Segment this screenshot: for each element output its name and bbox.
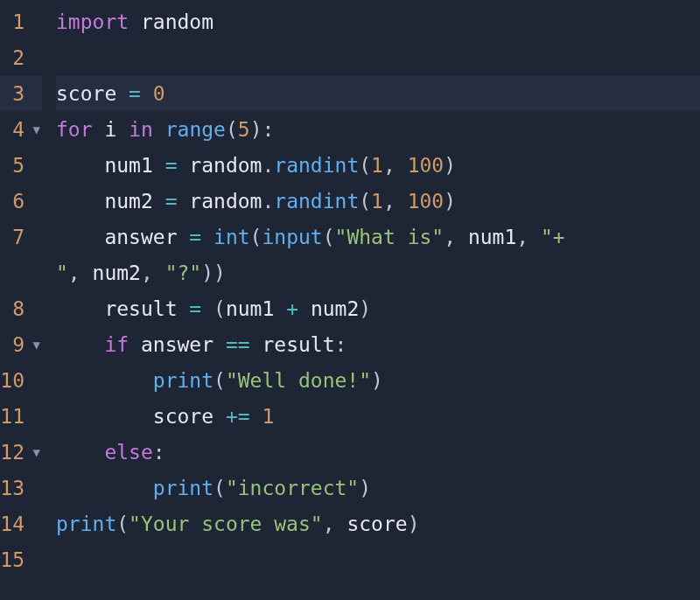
code-line[interactable]: print("Well done!"): [56, 362, 700, 398]
gutter-line: 13: [0, 470, 42, 506]
code-line[interactable]: if answer == result:: [56, 326, 700, 362]
gutter-line: 1: [0, 3, 42, 39]
gutter-line: 15: [0, 541, 42, 577]
gutter-line: 2: [0, 39, 42, 75]
code-line[interactable]: score += 1: [56, 398, 700, 434]
code-line[interactable]: else:: [56, 434, 700, 470]
gutter-line: 7: [0, 219, 42, 255]
code-line[interactable]: num2 = random.randint(1, 100): [56, 183, 700, 219]
code-line[interactable]: [56, 541, 700, 577]
gutter-line: 10: [0, 362, 42, 398]
code-line[interactable]: for i in range(5):: [56, 111, 700, 147]
code-line[interactable]: import random: [56, 3, 700, 39]
gutter-line: [0, 255, 42, 290]
gutter: 1 2 3 4▼ 5 6 7 8 9▼ 10 11 12▼ 13 14 15: [0, 3, 47, 600]
gutter-line: 12▼: [0, 434, 42, 470]
code-line-current[interactable]: score = 0: [56, 75, 700, 111]
gutter-line: 3: [0, 75, 42, 111]
gutter-line: 4▼: [0, 111, 42, 147]
code-editor: 1 2 3 4▼ 5 6 7 8 9▼ 10 11 12▼ 13 14 15 i…: [0, 0, 700, 600]
code-line[interactable]: print("incorrect"): [56, 470, 700, 506]
code-line[interactable]: result = (num1 + num2): [56, 290, 700, 326]
gutter-line: 5: [0, 147, 42, 183]
gutter-line: 11: [0, 398, 42, 434]
gutter-line: 6: [0, 183, 42, 219]
code-line[interactable]: answer = int(input("What is", num1, "+: [56, 219, 700, 255]
fold-icon[interactable]: ▼: [28, 122, 40, 136]
gutter-line: 8: [0, 290, 42, 326]
code-line[interactable]: [56, 39, 700, 75]
fold-icon[interactable]: ▼: [28, 338, 40, 352]
gutter-line: 14: [0, 506, 42, 541]
gutter-line: 9▼: [0, 326, 42, 362]
code-area[interactable]: import random score = 0 for i in range(5…: [47, 3, 700, 600]
code-line[interactable]: print("Your score was", score): [56, 506, 700, 541]
code-line-wrap[interactable]: ", num2, "?")): [56, 255, 700, 290]
code-line[interactable]: num1 = random.randint(1, 100): [56, 147, 700, 183]
fold-icon[interactable]: ▼: [28, 445, 40, 459]
